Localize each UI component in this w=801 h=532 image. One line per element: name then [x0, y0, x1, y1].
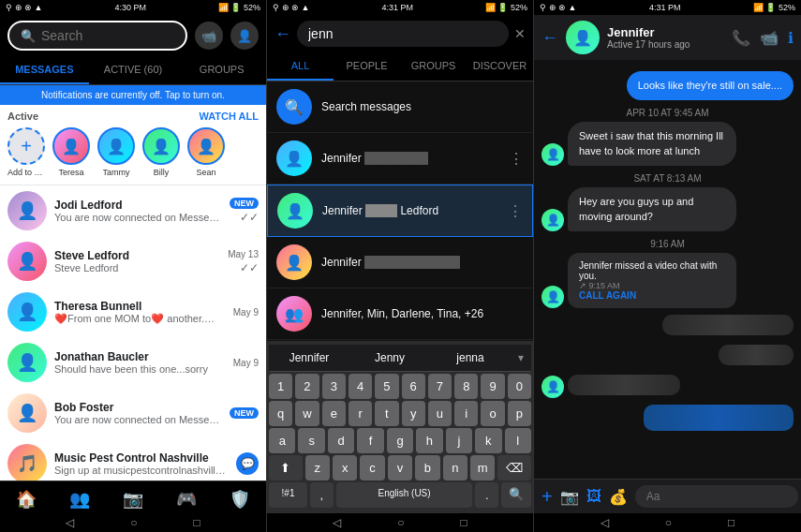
kb-period[interactable]: .: [475, 482, 498, 508]
kb-q[interactable]: q: [269, 401, 292, 426]
kb-4[interactable]: 4: [349, 374, 372, 399]
kb-z[interactable]: z: [305, 455, 330, 480]
filter-groups[interactable]: GROUPS: [400, 52, 467, 81]
kb-comma[interactable]: ,: [310, 482, 334, 508]
result-jennifer-ledford[interactable]: 👤 Jennifer ████ Ledford ⋮: [267, 185, 533, 237]
kb-8[interactable]: 8: [454, 374, 478, 399]
android-home-p2[interactable]: ○: [397, 516, 404, 529]
kb-w[interactable]: w: [295, 401, 319, 426]
filter-people[interactable]: PEOPLE: [334, 52, 400, 81]
kb-search-key[interactable]: 🔍: [501, 482, 531, 508]
chat-image-icon[interactable]: 🖼: [586, 488, 601, 505]
message-item-music[interactable]: 🎵 Music Pest Control Nashville Sign up a…: [0, 438, 266, 480]
kb-a[interactable]: a: [269, 428, 295, 453]
kb-j[interactable]: j: [446, 428, 472, 453]
kb-l[interactable]: l: [505, 428, 531, 453]
filter-discover[interactable]: DISCOVER: [467, 52, 533, 81]
kb-i[interactable]: i: [454, 401, 478, 426]
android-back-p3[interactable]: ◁: [601, 516, 609, 529]
suggestion-jennifer[interactable]: Jennifer: [269, 348, 349, 367]
search-bar[interactable]: 🔍: [7, 21, 187, 51]
profile-icon[interactable]: 👤: [230, 22, 259, 50]
suggestion-expand-icon[interactable]: ▾: [511, 348, 531, 367]
result-jennifer-group[interactable]: 👥 Jennifer, Min, Darlene, Tina, +26: [267, 288, 533, 340]
kb-f[interactable]: f: [357, 428, 383, 453]
kb-y[interactable]: y: [402, 401, 425, 426]
kb-g[interactable]: g: [387, 428, 413, 453]
message-item-bob[interactable]: 👤 Bob Foster You are now connected on Me…: [0, 388, 266, 438]
chat-info-icon[interactable]: ℹ: [788, 29, 794, 47]
search-input-container-p2[interactable]: [297, 21, 509, 47]
kb-x[interactable]: x: [333, 455, 357, 480]
message-icon-music[interactable]: 💬: [236, 452, 259, 475]
suggestion-jenny[interactable]: Jenny: [349, 348, 430, 367]
message-item-steve[interactable]: 👤 Steve Ledford Steve Ledford May 13 ✓✓: [0, 236, 266, 287]
result-jennifer-3[interactable]: 👤 Jennifer ████████████: [267, 237, 533, 288]
clear-search-icon[interactable]: ✕: [514, 26, 526, 41]
back-button-p2[interactable]: ←: [274, 24, 291, 44]
kb-6[interactable]: 6: [402, 374, 425, 399]
result-dots-1[interactable]: ⋮: [509, 150, 524, 168]
kb-u[interactable]: u: [428, 401, 452, 426]
kb-9[interactable]: 9: [481, 374, 504, 399]
chat-video-icon[interactable]: 📹: [760, 29, 779, 47]
message-item-jonathan[interactable]: 👤 Jonathan Baucler Should have been this…: [0, 337, 266, 388]
story-item-4[interactable]: 👤 Sean: [187, 127, 225, 177]
kb-k[interactable]: k: [475, 428, 501, 453]
kb-n[interactable]: n: [443, 455, 467, 480]
search-input[interactable]: [41, 28, 174, 43]
add-story-item[interactable]: + Add to your day: [7, 127, 45, 177]
android-recent-p3[interactable]: □: [728, 516, 734, 529]
kb-7[interactable]: 7: [428, 374, 452, 399]
nav-shield[interactable]: 🛡️: [213, 489, 266, 510]
chat-text-input[interactable]: [635, 485, 798, 508]
result-dots-ledford[interactable]: ⋮: [508, 202, 523, 220]
watch-all-button[interactable]: WATCH ALL: [199, 111, 259, 122]
chat-plus-button[interactable]: +: [541, 486, 553, 508]
android-back-p1[interactable]: ◁: [66, 516, 74, 529]
notification-banner[interactable]: Notifications are currently off. Tap to …: [0, 85, 266, 105]
result-jennifer-1[interactable]: 👤 Jennifer ████████ ⋮: [267, 133, 533, 185]
kb-r[interactable]: r: [349, 401, 372, 426]
kb-s[interactable]: s: [298, 428, 324, 453]
call-again-button[interactable]: CALL AGAIN: [579, 290, 725, 301]
nav-people[interactable]: 👥: [53, 489, 107, 510]
nav-games[interactable]: 🎮: [159, 489, 213, 510]
android-home-p3[interactable]: ○: [665, 516, 672, 529]
kb-b[interactable]: b: [415, 455, 439, 480]
android-recent-p2[interactable]: □: [461, 516, 467, 529]
kb-e[interactable]: e: [322, 401, 346, 426]
kb-shift[interactable]: ⬆: [269, 455, 303, 480]
chat-money-icon[interactable]: 💰: [609, 488, 628, 506]
kb-c[interactable]: c: [360, 455, 384, 480]
tab-active[interactable]: ACTIVE (60): [89, 56, 178, 84]
chat-camera-icon[interactable]: 📷: [560, 488, 579, 506]
result-search-messages[interactable]: 🔍 Search messages: [267, 81, 533, 133]
kb-v[interactable]: v: [388, 455, 412, 480]
android-recent-p1[interactable]: □: [194, 516, 200, 529]
kb-5[interactable]: 5: [375, 374, 398, 399]
nav-camera[interactable]: 📷: [107, 489, 160, 510]
kb-backspace[interactable]: ⌫: [497, 455, 531, 480]
message-item-theresa[interactable]: 👤 Theresa Bunnell ❤️From one MOM to❤️ an…: [0, 287, 266, 337]
video-call-icon[interactable]: 📹: [195, 22, 223, 50]
kb-2[interactable]: 2: [295, 374, 319, 399]
kb-h[interactable]: h: [416, 428, 442, 453]
story-item-1[interactable]: 👤 Teresa: [52, 127, 90, 177]
story-item-2[interactable]: 👤 Tammy: [97, 127, 135, 177]
kb-t[interactable]: t: [375, 401, 398, 426]
message-item-jodi[interactable]: 👤 Jodi Ledford You are now connected on …: [0, 185, 266, 236]
kb-m[interactable]: m: [470, 455, 495, 480]
kb-d[interactable]: d: [328, 428, 354, 453]
kb-1[interactable]: 1: [269, 374, 292, 399]
tab-groups[interactable]: GROUPS: [177, 56, 266, 84]
story-item-3[interactable]: 👤 Billy: [142, 127, 180, 177]
android-back-p2[interactable]: ◁: [333, 516, 341, 529]
chat-phone-icon[interactable]: 📞: [732, 29, 750, 47]
kb-0[interactable]: 0: [508, 374, 531, 399]
suggestion-jenna[interactable]: jenna: [430, 348, 511, 367]
filter-all[interactable]: ALL: [267, 52, 334, 81]
kb-p[interactable]: p: [508, 401, 531, 426]
nav-home[interactable]: 🏠: [0, 489, 53, 510]
kb-3[interactable]: 3: [322, 374, 346, 399]
